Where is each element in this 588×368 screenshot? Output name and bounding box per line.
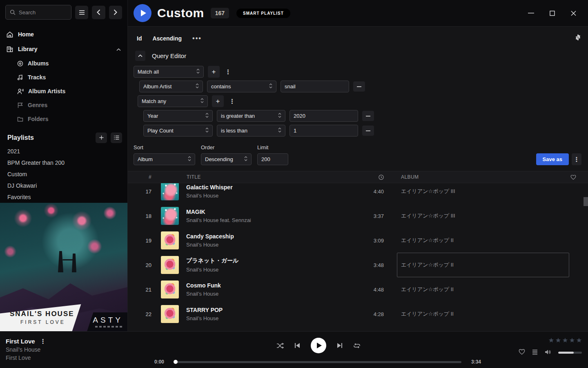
track-artist[interactable]: Snail’s House [186,242,303,248]
sidebar-item-folders[interactable]: Folders [17,112,127,126]
favorite-button[interactable] [519,349,525,357]
track-artist[interactable]: Snail’s House [186,267,303,273]
track-album[interactable]: エイリアン☆ポップ III [401,204,565,228]
track-artist[interactable]: Snail’s House [186,315,303,321]
rule-operator-select[interactable]: contains [207,81,276,92]
track-title[interactable]: STARRY POP [186,307,303,313]
sidebar-item-library[interactable]: Library [0,42,127,56]
table-row[interactable]: 19 Candy SpaceshipSnail’s House 3:09 エイリ… [128,228,588,253]
rule-field-select[interactable]: Play Count [143,125,213,137]
playlist-item[interactable]: BPM Greater than 200 [0,157,127,168]
star-icon[interactable] [548,337,554,345]
now-playing-title[interactable]: First Love [6,338,35,345]
query-editor-collapse-button[interactable] [135,51,145,61]
play-pause-button[interactable] [311,338,326,353]
save-options-button[interactable]: ⋮ [572,153,581,165]
group-options-button[interactable]: ⋮ [228,99,236,104]
search-input[interactable] [5,5,71,20]
star-icon[interactable] [562,337,568,345]
sidebar-item-genres[interactable]: Genres [17,98,127,112]
now-playing-artist[interactable]: Snail’s House [6,346,131,353]
playlist-item[interactable]: DJ Okawari [0,180,127,191]
star-icon[interactable] [576,337,582,345]
volume-slider[interactable] [558,352,582,354]
sort-select[interactable]: Album [134,153,195,165]
maximize-button[interactable] [546,7,558,19]
save-as-button[interactable]: Save as [536,153,569,165]
track-title[interactable]: Candy Spaceship [186,233,303,240]
add-playlist-button[interactable] [96,132,107,143]
minimize-button[interactable] [525,7,537,19]
track-album[interactable]: エイリアン☆ポップ II [401,277,565,302]
track-album[interactable]: エイリアン☆ポップ II [401,228,565,253]
remove-rule-button[interactable] [353,81,365,92]
rule-value-input[interactable] [285,83,345,90]
chevron-up-icon[interactable] [116,46,121,52]
back-button[interactable] [92,6,105,19]
column-header-num[interactable]: # [134,174,154,180]
match-all-select[interactable]: Match all [134,66,204,78]
track-album[interactable]: エイリアン☆ポップ II [401,302,565,326]
seek-handle[interactable] [174,360,178,364]
table-row[interactable]: 21 Cosmo FunkSnail’s House 4:48 エイリアン☆ポッ… [128,277,588,302]
rule-operator-select[interactable]: is less than [217,125,285,137]
sidebar-item-album-artists[interactable]: Album Artists [17,84,127,98]
repeat-button[interactable] [353,343,361,349]
sidebar-item-albums[interactable]: Albums [17,56,127,70]
playlist-list-button[interactable] [111,132,122,143]
rating-stars[interactable] [548,337,582,345]
playlist-item[interactable]: Custom [0,168,127,180]
more-options-button[interactable]: ••• [192,35,202,42]
gear-icon[interactable] [575,34,581,43]
playlist-item[interactable]: 2021 [0,146,127,157]
track-artist[interactable]: Snail’s House [186,291,303,297]
sort-field-button[interactable]: Id [137,35,142,42]
remove-rule-button[interactable] [362,126,374,136]
star-icon[interactable] [569,337,575,345]
volume-icon[interactable] [545,349,551,357]
star-icon[interactable] [555,337,561,345]
table-row[interactable]: 18 MAGIKSnail’s House feat. Sennzai 3:37… [128,204,588,228]
add-rule-button[interactable]: + [208,66,220,78]
duration-column-clock-icon[interactable] [359,175,387,180]
track-title[interactable]: プラネット・ガール [186,257,303,265]
play-playlist-button[interactable] [134,4,151,22]
close-button[interactable] [568,7,579,19]
table-row[interactable]: 22 STARRY POPSnail’s House 4:28 エイリアン☆ポッ… [128,302,588,326]
forward-button[interactable] [109,6,122,19]
queue-button[interactable] [532,349,538,357]
track-album-focused-cell[interactable]: エイリアン☆ポップ II [397,253,569,277]
next-track-button[interactable] [337,343,343,348]
rule-operator-select[interactable]: is greater than [217,110,285,122]
track-title[interactable]: Galactic Whisper [186,184,303,191]
sidebar-item-tracks[interactable]: Tracks [17,70,127,84]
column-header-album[interactable]: ALBUM [401,174,565,180]
table-row[interactable]: 17 Galactic WhisperSnail’s House 4:40 エイ… [128,183,588,204]
previous-track-button[interactable] [294,343,300,348]
track-artist[interactable]: Snail’s House [186,193,303,199]
menu-button[interactable] [75,6,88,19]
sort-direction-button[interactable]: Ascending [152,35,182,42]
rule-value-input[interactable] [294,128,354,134]
limit-input[interactable] [261,156,284,162]
seek-slider[interactable] [174,361,461,363]
now-playing-options-button[interactable]: ⋮ [40,339,46,344]
column-header-title[interactable]: TITLE [180,174,303,180]
rule-field-select[interactable]: Year [143,110,213,122]
track-title[interactable]: MAGIK [186,209,303,215]
rule-value-input[interactable] [294,113,354,119]
remove-rule-button[interactable] [362,111,374,121]
search-field[interactable] [19,9,64,16]
playlist-item[interactable]: Favorites [0,191,127,203]
shuffle-button[interactable] [276,343,284,349]
scrollbar-thumb[interactable] [584,197,588,206]
add-rule-button[interactable]: + [212,95,224,107]
table-row[interactable]: 20 プラネット・ガールSnail’s House 3:48 エイリアン☆ポップ… [128,253,588,277]
rule-field-select[interactable]: Album Artist [139,81,203,92]
track-album[interactable]: エイリアン☆ポップ III [401,183,565,204]
match-any-select[interactable]: Match any [138,95,208,107]
group-options-button[interactable]: ⋮ [224,69,232,74]
track-artist[interactable]: Snail’s House feat. Sennzai [186,217,303,223]
track-title[interactable]: Cosmo Funk [186,282,303,289]
order-select[interactable]: Descending [201,153,252,165]
